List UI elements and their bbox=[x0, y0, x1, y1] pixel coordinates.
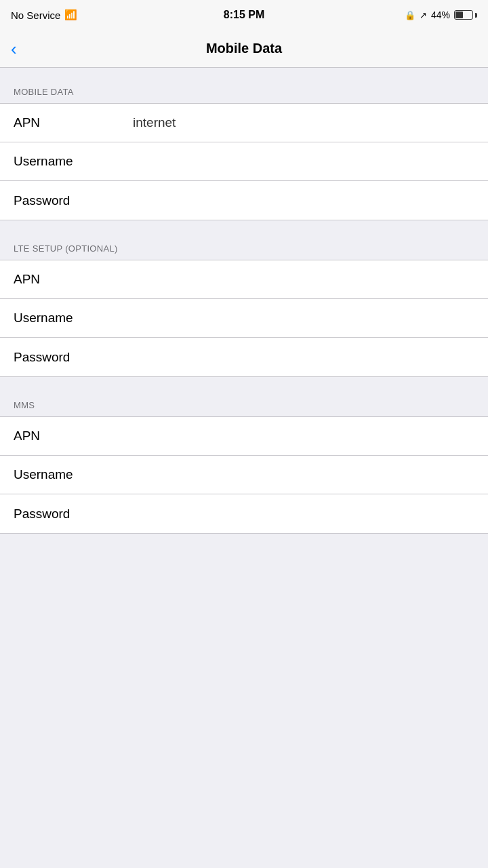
page-title: Mobile Data bbox=[206, 41, 282, 56]
mobile-data-section: MOBILE DATA APN internet Username Passwo… bbox=[0, 79, 488, 220]
mms-username-row[interactable]: Username bbox=[0, 456, 488, 494]
mobile-data-header: MOBILE DATA bbox=[0, 79, 488, 103]
content-area: MOBILE DATA APN internet Username Passwo… bbox=[0, 68, 488, 534]
mobile-data-body: APN internet Username Password bbox=[0, 103, 488, 220]
gap-1 bbox=[0, 220, 488, 235]
lte-username-label: Username bbox=[14, 311, 122, 326]
mms-header: MMS bbox=[0, 392, 488, 416]
battery-indicator bbox=[454, 10, 477, 20]
status-bar: No Service 📶 8:15 PM 🔒 ↗ 44% bbox=[0, 0, 488, 30]
mms-header-text: MMS bbox=[14, 400, 35, 410]
location-icon: ↗ bbox=[420, 10, 427, 20]
back-button[interactable]: ‹ bbox=[11, 40, 17, 58]
mms-password-label: Password bbox=[14, 507, 122, 521]
mms-section: MMS APN Username Password bbox=[0, 392, 488, 534]
status-left: No Service 📶 bbox=[11, 9, 77, 21]
status-right: 🔒 ↗ 44% bbox=[405, 9, 477, 20]
wifi-icon: 📶 bbox=[64, 9, 77, 21]
mms-username-label: Username bbox=[14, 467, 122, 482]
lte-apn-label: APN bbox=[14, 272, 122, 287]
mobile-username-label: Username bbox=[14, 154, 122, 169]
mobile-data-header-text: MOBILE DATA bbox=[14, 87, 74, 97]
lte-header-text: LTE SETUP (OPTIONAL) bbox=[14, 243, 118, 254]
no-service-text: No Service bbox=[11, 9, 60, 21]
lte-password-label: Password bbox=[14, 350, 122, 365]
mobile-username-row[interactable]: Username bbox=[0, 142, 488, 181]
mobile-apn-value: internet bbox=[133, 115, 176, 130]
mms-password-row[interactable]: Password bbox=[0, 494, 488, 533]
lock-icon: 🔒 bbox=[405, 10, 415, 20]
mms-apn-row[interactable]: APN bbox=[0, 417, 488, 456]
lte-body: APN Username Password bbox=[0, 260, 488, 377]
mms-apn-label: APN bbox=[14, 429, 122, 443]
lte-username-row[interactable]: Username bbox=[0, 299, 488, 338]
mobile-apn-row[interactable]: APN internet bbox=[0, 104, 488, 142]
battery-percent: 44% bbox=[431, 9, 450, 20]
lte-header: LTE SETUP (OPTIONAL) bbox=[0, 235, 488, 260]
mms-body: APN Username Password bbox=[0, 416, 488, 534]
mobile-password-label: Password bbox=[14, 193, 122, 208]
status-time: 8:15 PM bbox=[224, 9, 264, 21]
gap-2 bbox=[0, 377, 488, 392]
mobile-apn-label: APN bbox=[14, 115, 122, 130]
nav-bar: ‹ Mobile Data bbox=[0, 30, 488, 68]
lte-password-row[interactable]: Password bbox=[0, 338, 488, 376]
back-chevron-icon: ‹ bbox=[11, 40, 17, 58]
mobile-password-row[interactable]: Password bbox=[0, 181, 488, 220]
lte-setup-section: LTE SETUP (OPTIONAL) APN Username Passwo… bbox=[0, 235, 488, 377]
lte-apn-row[interactable]: APN bbox=[0, 260, 488, 299]
